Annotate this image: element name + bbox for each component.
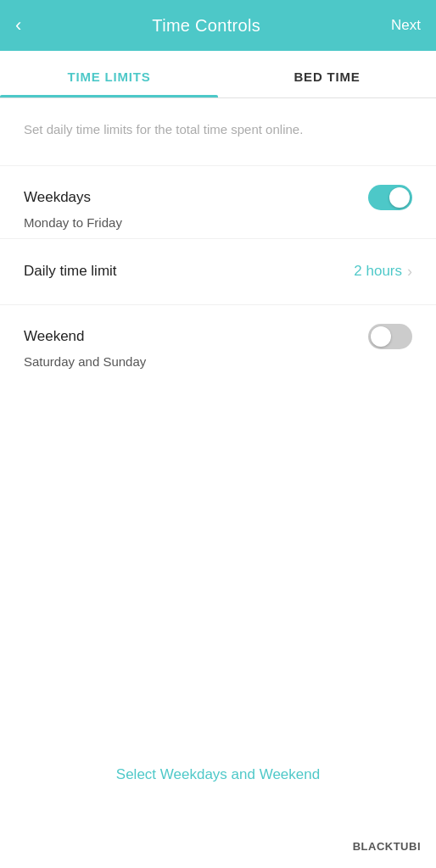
weekdays-sublabel: Monday to Friday: [24, 215, 412, 230]
main-content: Set daily time limits for the total time…: [0, 98, 436, 377]
back-button[interactable]: ‹: [15, 14, 21, 36]
description-text: Set daily time limits for the total time…: [24, 98, 412, 165]
tab-time-limits[interactable]: TIME LIMITS: [0, 51, 218, 97]
weekend-row: Weekend Saturday and Sunday: [24, 305, 412, 377]
daily-limit-label: Daily time limit: [24, 263, 117, 280]
weekdays-label: Weekdays: [24, 189, 91, 206]
daily-limit-row[interactable]: Daily time limit 2 hours ›: [24, 239, 412, 304]
weekdays-toggle-knob: [389, 187, 410, 208]
weekend-sublabel: Saturday and Sunday: [24, 354, 412, 369]
weekend-toggle[interactable]: [368, 324, 412, 349]
weekdays-row: Weekdays Monday to Friday: [24, 166, 412, 238]
next-button[interactable]: Next: [391, 17, 421, 34]
chevron-right-icon: ›: [407, 263, 412, 281]
weekend-toggle-knob: [371, 326, 391, 347]
page-title: Time Controls: [152, 16, 260, 36]
select-weekdays-weekend-button[interactable]: Select Weekdays and Weekend: [116, 766, 320, 782]
watermark: BLACKTUBI: [353, 840, 421, 853]
tabs-bar: TIME LIMITS BED TIME: [0, 51, 436, 98]
weekend-label: Weekend: [24, 328, 85, 345]
weekdays-toggle[interactable]: [368, 185, 412, 210]
header: ‹ Time Controls Next: [0, 0, 436, 51]
tab-bed-time[interactable]: BED TIME: [218, 51, 436, 97]
daily-limit-value[interactable]: 2 hours ›: [354, 263, 412, 281]
bottom-section: Select Weekdays and Weekend: [0, 766, 436, 783]
daily-limit-text: 2 hours: [354, 263, 402, 280]
